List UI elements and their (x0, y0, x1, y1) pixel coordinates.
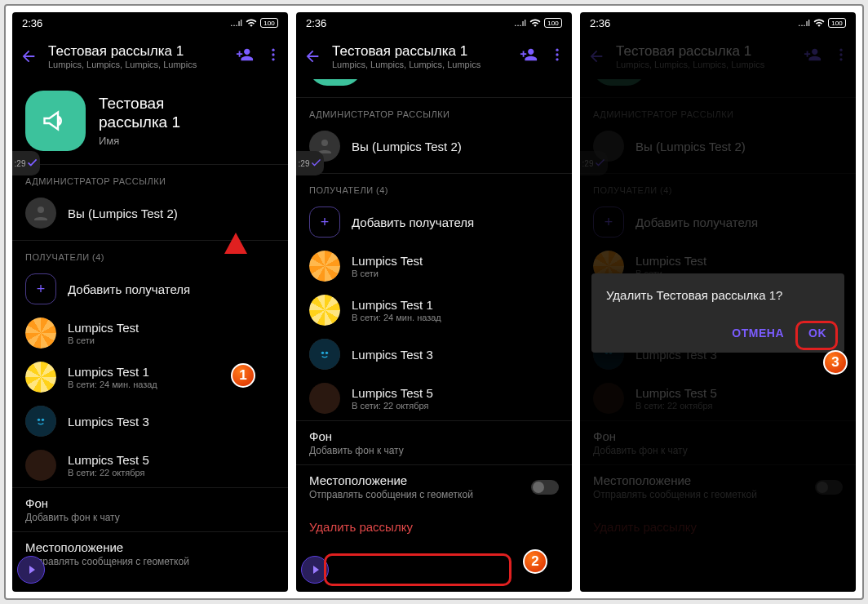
recipient-row[interactable]: Lumpics Test В сети (296, 244, 572, 288)
play-fab[interactable] (17, 556, 45, 584)
avatar (25, 406, 56, 437)
svg-point-2 (272, 58, 274, 60)
add-recipient-label: Добавить получателя (68, 282, 190, 296)
svg-marker-7 (224, 233, 247, 254)
add-person-icon[interactable] (520, 46, 538, 67)
svg-point-3 (38, 207, 44, 213)
admin-section-label: АДМИНИСТРАТОР РАССЫЛКИ (296, 97, 572, 124)
avatar-placeholder-icon (25, 198, 56, 229)
background-setting[interactable]: Фон Добавить фон к чату (12, 487, 288, 531)
battery-icon: 100 (544, 18, 562, 28)
status-icons: ...ıl 100 (230, 17, 278, 29)
recipient-row[interactable]: Lumpics Test 1 В сети: 24 мин. назад (296, 288, 572, 332)
svg-point-12 (321, 352, 324, 354)
admin-section-label: АДМИНИСТРАТОР РАССЫЛКИ (12, 164, 288, 191)
background-setting[interactable]: Фон Добавить фон к чату (296, 420, 572, 464)
recipients-section-label: ПОЛУЧАТЕЛИ (4) (296, 173, 572, 200)
broadcast-avatar[interactable] (25, 91, 86, 151)
status-bar: 2:36 ...ıl 100 (580, 12, 856, 33)
header-subtitle: Lumpics, Lumpics, Lumpics, Lumpics (48, 60, 226, 69)
profile-name-line1: Тестовая (99, 95, 180, 113)
location-setting[interactable]: Местоположение Отправлять сообщения с ге… (296, 464, 572, 509)
status-time: 2:36 (306, 17, 326, 29)
svg-point-8 (556, 49, 558, 51)
back-button[interactable] (19, 47, 38, 66)
header-subtitle: Lumpics, Lumpics, Lumpics, Lumpics (332, 60, 510, 69)
message-time-strip: :29 (12, 151, 40, 175)
status-bar: 2:36 ...ıl 100 (296, 12, 572, 33)
avatar (25, 318, 56, 349)
add-person-icon[interactable] (236, 46, 254, 67)
battery-icon: 100 (260, 18, 278, 28)
avatar (309, 251, 340, 282)
profile-sublabel: Имя (99, 135, 180, 147)
more-menu-icon[interactable] (549, 47, 565, 66)
recipient-row[interactable]: Lumpics Test 3 (12, 399, 288, 443)
dialog-ok-button[interactable]: OK (805, 320, 830, 346)
battery-icon: 100 (828, 18, 846, 28)
dialog-title: Удалить Тестовая рассылка 1? (606, 288, 830, 302)
profile-name-line2: рассылка 1 (99, 113, 180, 132)
svg-point-13 (326, 352, 328, 354)
header-title: Тестовая рассылка 1 (48, 43, 226, 60)
avatar (309, 339, 340, 370)
avatar (25, 362, 56, 393)
status-time: 2:36 (22, 17, 42, 29)
annotation-badge-1: 1 (231, 363, 255, 388)
avatar (309, 383, 340, 414)
plus-icon: + (25, 273, 56, 304)
plus-icon: + (309, 207, 340, 238)
header-title: Тестовая рассылка 1 (332, 43, 510, 60)
svg-point-9 (556, 53, 558, 56)
svg-point-10 (556, 58, 558, 60)
location-setting[interactable]: Местоположение Отправлять сообщения с ге… (12, 531, 288, 575)
screenshot-3: 2:36 ...ıl 100 Тестовая рассылка 1 Lumpi… (580, 12, 856, 592)
svg-point-1 (272, 53, 274, 56)
screenshot-1: 2:36 ...ıl 100 Тестовая рассылка 1 Lumpi… (12, 12, 288, 592)
svg-point-0 (272, 49, 274, 51)
svg-point-5 (42, 419, 44, 421)
dialog-cancel-button[interactable]: ОТМЕНА (728, 320, 787, 346)
avatar (309, 295, 340, 326)
broadcast-avatar[interactable] (309, 79, 361, 86)
recipient-row[interactable]: Lumpics Test 3 (296, 332, 572, 376)
location-toggle[interactable] (531, 480, 559, 495)
annotation-badge-2: 2 (523, 549, 547, 574)
status-icons: ...ıl 100 (514, 17, 562, 29)
screenshot-2: 2:36 ...ıl 100 Тестовая рассылка 1 Lumpi… (296, 12, 572, 592)
status-bar: 2:36 ...ıl 100 (12, 12, 288, 33)
profile-header: Тестовая рассылка 1 Имя (12, 79, 288, 159)
admin-name: Вы (Lumpics Test 2) (68, 207, 178, 220)
content-area[interactable]: рассылка 1 Имя АДМИНИСТРАТОР РАССЫЛКИ Вы… (296, 79, 572, 592)
svg-point-11 (321, 140, 328, 146)
app-header: Тестовая рассылка 1 Lumpics, Lumpics, Lu… (12, 33, 288, 79)
recipient-row[interactable]: Lumpics Test 5 В сети: 22 октября (296, 376, 572, 420)
play-fab[interactable] (301, 556, 329, 584)
avatar (25, 450, 56, 481)
status-time: 2:36 (590, 17, 610, 29)
back-button[interactable] (303, 47, 322, 66)
admin-row[interactable]: Вы (Lumpics Test 2) (296, 124, 572, 168)
add-recipient-row[interactable]: + Добавить получателя (296, 200, 572, 244)
recipient-row[interactable]: Lumpics Test 5 В сети: 22 октября (12, 443, 288, 487)
svg-point-4 (38, 419, 40, 421)
confirm-delete-dialog: Удалить Тестовая рассылка 1? ОТМЕНА OK (591, 273, 844, 353)
admin-row[interactable]: Вы (Lumpics Test 2) (12, 191, 288, 235)
message-time-strip: :29 (296, 151, 324, 175)
more-menu-icon[interactable] (265, 47, 281, 66)
annotation-badge-3: 3 (823, 350, 848, 375)
delete-broadcast-button[interactable]: Удалить рассылку (296, 509, 572, 545)
app-header: Тестовая рассылка 1 Lumpics, Lumpics, Lu… (296, 33, 572, 79)
status-icons: ...ıl 100 (798, 17, 846, 29)
profile-header: рассылка 1 Имя (296, 79, 572, 92)
